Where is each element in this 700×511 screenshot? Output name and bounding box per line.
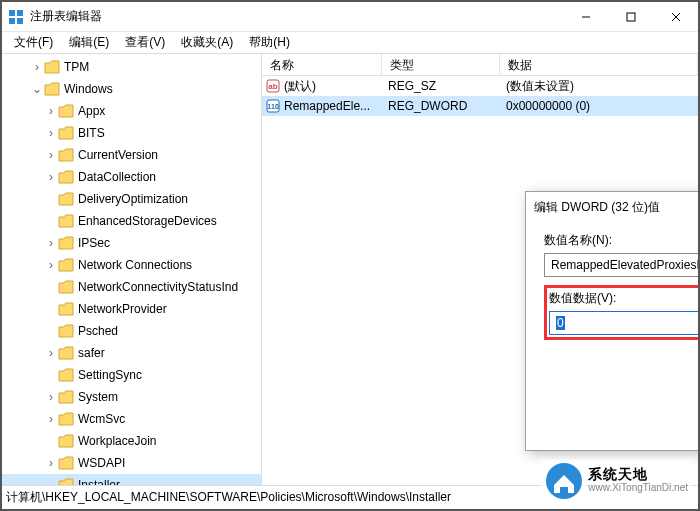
chevron-right-icon[interactable]: › xyxy=(44,170,58,184)
menu-bar: 文件(F) 编辑(E) 查看(V) 收藏夹(A) 帮助(H) xyxy=(2,32,698,54)
tree-item-label: NetworkProvider xyxy=(78,302,167,316)
watermark-url: www.XiTongTianDi.net xyxy=(588,481,688,495)
tree-item[interactable]: ›Appx xyxy=(2,100,261,122)
folder-icon xyxy=(58,324,74,338)
tree-item[interactable]: ⌄Windows xyxy=(2,78,261,100)
col-data[interactable]: 数据 xyxy=(500,54,698,75)
value-name: RemappedEle... xyxy=(284,99,370,113)
tree-item[interactable]: ›TPM xyxy=(2,56,261,78)
chevron-right-icon[interactable]: › xyxy=(44,236,58,250)
value-data-highlight: 数值数据(V): 0 xyxy=(544,285,700,340)
folder-icon xyxy=(58,126,74,140)
edit-dword-dialog: 编辑 DWORD (32 位)值 ✕ 数值名称(N): 数值数据(V): 0 xyxy=(525,191,700,451)
watermark: 系统天地 www.XiTongTianDi.net xyxy=(540,459,692,503)
minimize-button[interactable] xyxy=(563,2,608,31)
folder-icon xyxy=(58,478,74,485)
close-button[interactable] xyxy=(653,2,698,31)
dialog-title: 编辑 DWORD (32 位)值 xyxy=(534,199,700,216)
chevron-right-icon[interactable]: › xyxy=(44,346,58,360)
folder-icon xyxy=(58,390,74,404)
chevron-right-icon[interactable]: › xyxy=(44,456,58,470)
tree-item-label: BITS xyxy=(78,126,105,140)
tree-item[interactable]: ›WSDAPI xyxy=(2,452,261,474)
svg-rect-0 xyxy=(9,10,15,16)
tree-item-label: SettingSync xyxy=(78,368,142,382)
list-row[interactable]: ab(默认)REG_SZ(数值未设置) xyxy=(262,76,698,96)
tree-item[interactable]: ›CurrentVersion xyxy=(2,144,261,166)
tree-item-label: DeliveryOptimization xyxy=(78,192,188,206)
value-name: (默认) xyxy=(284,78,316,95)
tree-item-label: DataCollection xyxy=(78,170,156,184)
value-name-field[interactable] xyxy=(544,253,700,277)
col-type[interactable]: 类型 xyxy=(382,54,500,75)
folder-icon xyxy=(58,170,74,184)
tree-item[interactable]: DeliveryOptimization xyxy=(2,188,261,210)
folder-icon xyxy=(58,192,74,206)
status-path: 计算机\HKEY_LOCAL_MACHINE\SOFTWARE\Policies… xyxy=(6,489,451,506)
folder-icon xyxy=(58,236,74,250)
registry-tree[interactable]: ›TPM⌄Windows›Appx›BITS›CurrentVersion›Da… xyxy=(2,54,262,485)
value-data-field[interactable]: 0 xyxy=(549,311,700,335)
tree-item[interactable]: ›DataCollection xyxy=(2,166,261,188)
chevron-right-icon[interactable]: › xyxy=(44,390,58,404)
tree-item-label: Network Connections xyxy=(78,258,192,272)
value-type: REG_DWORD xyxy=(382,99,500,113)
folder-icon xyxy=(58,346,74,360)
chevron-right-icon[interactable]: › xyxy=(30,60,44,74)
col-name[interactable]: 名称 xyxy=(262,54,382,75)
list-row[interactable]: 110RemappedEle...REG_DWORD0x00000000 (0) xyxy=(262,96,698,116)
tree-item[interactable]: SettingSync xyxy=(2,364,261,386)
tree-item-label: TPM xyxy=(64,60,89,74)
tree-item-label: Psched xyxy=(78,324,118,338)
string-value-icon: ab xyxy=(266,79,280,93)
svg-rect-1 xyxy=(17,10,23,16)
watermark-title: 系统天地 xyxy=(588,467,688,481)
app-icon xyxy=(8,9,24,25)
tree-item[interactable]: EnhancedStorageDevices xyxy=(2,210,261,232)
title-bar: 注册表编辑器 xyxy=(2,2,698,32)
list-header: 名称 类型 数据 xyxy=(262,54,698,76)
chevron-down-icon[interactable]: ⌄ xyxy=(30,82,44,96)
chevron-right-icon[interactable]: › xyxy=(44,126,58,140)
tree-item[interactable]: ›BITS xyxy=(2,122,261,144)
chevron-right-icon[interactable]: › xyxy=(44,412,58,426)
svg-rect-3 xyxy=(17,18,23,24)
tree-item[interactable]: WorkplaceJoin xyxy=(2,430,261,452)
value-data-label: 数值数据(V): xyxy=(549,290,700,307)
tree-item[interactable]: Psched xyxy=(2,320,261,342)
tree-item[interactable]: ›System xyxy=(2,386,261,408)
menu-file[interactable]: 文件(F) xyxy=(6,32,61,53)
tree-item[interactable]: NetworkProvider xyxy=(2,298,261,320)
menu-view[interactable]: 查看(V) xyxy=(117,32,173,53)
menu-favorites[interactable]: 收藏夹(A) xyxy=(173,32,241,53)
tree-item[interactable]: ›safer xyxy=(2,342,261,364)
menu-edit[interactable]: 编辑(E) xyxy=(61,32,117,53)
tree-item-label: Installer xyxy=(78,478,120,485)
tree-item-label: Windows xyxy=(64,82,113,96)
folder-icon xyxy=(58,148,74,162)
tree-item-label: WSDAPI xyxy=(78,456,125,470)
tree-item-label: WcmSvc xyxy=(78,412,125,426)
chevron-right-icon[interactable]: › xyxy=(44,148,58,162)
svg-rect-5 xyxy=(627,13,635,21)
folder-icon xyxy=(58,258,74,272)
folder-icon xyxy=(58,104,74,118)
tree-item-label: Appx xyxy=(78,104,105,118)
value-data: 0x00000000 (0) xyxy=(500,99,698,113)
value-list: 名称 类型 数据 ab(默认)REG_SZ(数值未设置)110RemappedE… xyxy=(262,54,698,485)
value-data: (数值未设置) xyxy=(500,78,698,95)
tree-item[interactable]: ›IPSec xyxy=(2,232,261,254)
menu-help[interactable]: 帮助(H) xyxy=(241,32,298,53)
tree-item[interactable]: NetworkConnectivityStatusInd xyxy=(2,276,261,298)
chevron-right-icon[interactable]: › xyxy=(44,104,58,118)
tree-item[interactable]: Installer xyxy=(2,474,261,485)
folder-icon xyxy=(58,280,74,294)
maximize-button[interactable] xyxy=(608,2,653,31)
tree-item[interactable]: ›WcmSvc xyxy=(2,408,261,430)
folder-icon xyxy=(58,434,74,448)
chevron-right-icon[interactable]: › xyxy=(44,258,58,272)
value-data-text: 0 xyxy=(556,316,565,330)
tree-item[interactable]: ›Network Connections xyxy=(2,254,261,276)
value-name-label: 数值名称(N): xyxy=(544,232,700,249)
tree-item-label: CurrentVersion xyxy=(78,148,158,162)
